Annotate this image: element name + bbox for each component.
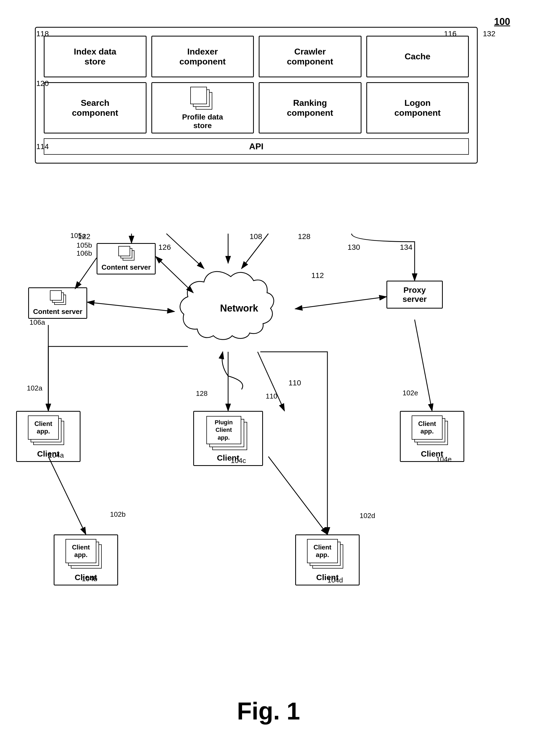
- client-c-box: PluginClientapp. Client: [193, 411, 263, 466]
- ref-118: 118: [36, 29, 49, 38]
- ref-104e: 104e: [436, 455, 452, 464]
- ref-108: 108: [250, 232, 262, 241]
- svg-line-9: [75, 258, 97, 289]
- content-server-top-label: Content server: [100, 263, 153, 272]
- ref-102b: 102b: [110, 510, 126, 518]
- crawler-component-box: Crawlercomponent: [259, 36, 361, 77]
- ref-105b: 105b: [76, 241, 92, 249]
- indexer-component-box: Indexercomponent: [151, 36, 254, 77]
- ref-104c: 104c: [231, 457, 246, 465]
- ranking-component-label: Rankingcomponent: [287, 98, 333, 118]
- index-data-store-label: Index datastore: [74, 47, 116, 67]
- ref-130: 130: [348, 243, 360, 252]
- ref-102e: 102e: [402, 389, 418, 397]
- content-server-top-box: Content server: [97, 243, 156, 275]
- svg-line-10: [295, 297, 387, 309]
- ref-106b: 106b: [76, 249, 92, 257]
- ref-102c: 128: [196, 389, 207, 398]
- profile-data-store-box: Profile datastore: [151, 82, 254, 133]
- client-e-box: Clientapp. Client: [400, 411, 464, 462]
- ref-132: 132: [483, 29, 495, 38]
- ranking-component-box: Rankingcomponent: [259, 82, 361, 133]
- svg-text:Network: Network: [220, 303, 259, 314]
- cache-box: Cache: [366, 36, 469, 77]
- svg-line-16: [166, 234, 204, 269]
- ref-134: 134: [400, 243, 412, 252]
- ref-104b: 104b: [82, 575, 98, 583]
- search-provider-box: Index datastore Indexercomponent Crawler…: [35, 27, 478, 163]
- api-bar: API: [44, 138, 469, 155]
- logon-component-label: Logoncomponent: [394, 98, 441, 118]
- ref-102d: 102d: [360, 511, 375, 520]
- cache-label: Cache: [405, 52, 431, 62]
- svg-line-15: [415, 320, 432, 411]
- indexer-component-label: Indexercomponent: [180, 47, 226, 67]
- ref-116: 116: [444, 29, 457, 38]
- logon-component-box: Logoncomponent: [366, 82, 469, 133]
- client-e-label: Client: [403, 449, 461, 459]
- page-ref-number: 100: [494, 16, 510, 27]
- ref-126: 126: [158, 243, 171, 252]
- ref-105a: 105a: [70, 232, 86, 240]
- svg-line-18: [258, 352, 284, 411]
- ref-120: 120: [36, 79, 49, 88]
- svg-line-14: [268, 457, 327, 534]
- ref-104d: 104d: [327, 576, 343, 584]
- content-server-left-label: Content server: [31, 307, 84, 316]
- svg-line-13: [48, 457, 86, 534]
- ref-110: 110: [266, 392, 277, 400]
- ref-102a: 102a: [27, 384, 42, 392]
- proxy-server-label: Proxyserver: [392, 286, 436, 304]
- search-component-label: Searchcomponent: [72, 98, 118, 118]
- svg-text:110: 110: [288, 379, 301, 387]
- page: 100 Search provider Index datastore Inde…: [0, 0, 537, 756]
- index-data-store-box: Index datastore: [44, 36, 146, 77]
- proxy-server-box: Proxyserver: [387, 281, 443, 309]
- ref-128-top: 128: [298, 232, 310, 241]
- fig-caption: Fig. 1: [0, 697, 537, 725]
- content-server-left-box: Content server: [28, 288, 87, 319]
- ref-114: 114: [36, 142, 49, 151]
- ref-106a: 106a: [29, 318, 45, 327]
- search-component-box: Searchcomponent: [44, 82, 146, 133]
- profile-data-store-label: Profile datastore: [182, 113, 223, 130]
- client-c-label: Client: [197, 453, 260, 463]
- crawler-component-label: Crawlercomponent: [287, 47, 333, 67]
- svg-line-8: [87, 302, 175, 312]
- network-cloud: Network: [166, 266, 295, 353]
- ref-112: 112: [311, 271, 324, 280]
- ref-104a: 104a: [48, 451, 64, 460]
